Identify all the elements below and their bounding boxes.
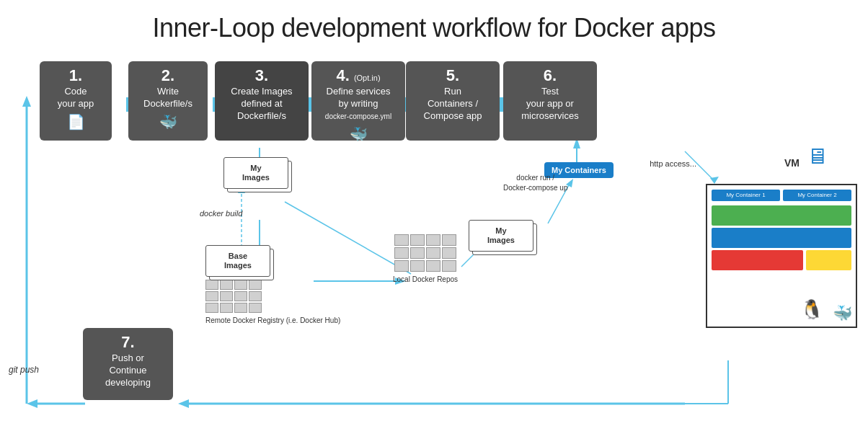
monitor-icon: 🖥: [807, 144, 828, 169]
step5-number: 5.: [410, 67, 495, 84]
registry-label: Remote Docker Registry (i.e. Docker Hub): [205, 316, 340, 326]
vm-box: My Container 1 My Container 2 🐧 🐳: [706, 184, 857, 328]
docker-icon: 🐳: [833, 304, 852, 323]
linux-icon: 🐧: [800, 298, 823, 321]
step-7: 7. Push orContinuedeveloping: [83, 328, 173, 400]
workflow-area: 1. Codeyour app 📄 2. WriteDockerfile/s 🐳…: [0, 50, 868, 425]
step5-label: RunContainers /Compose app: [410, 86, 495, 123]
step2-label: WriteDockerfile/s: [133, 86, 203, 110]
step3-number: 3.: [219, 67, 304, 84]
my-images-mid: MyImages: [469, 220, 533, 252]
my-images-top-label: MyImages: [223, 157, 288, 189]
step1-number: 1.: [44, 67, 107, 84]
step1-label: Codeyour app: [44, 86, 107, 110]
step-4: 4. (Opt.in) Define servicesby writingdoc…: [311, 61, 405, 141]
svg-marker-24: [27, 399, 37, 408]
my-images-top: MyImages: [223, 157, 288, 189]
docker-run-label: docker run /Docker-compose up: [503, 173, 567, 193]
local-repos-label: Local Docker Repos: [393, 275, 458, 285]
http-access-label: http access...: [650, 159, 696, 169]
step-3: 3. Create Imagesdefined atDockerfile/s: [215, 61, 309, 141]
vm-label: VM: [784, 157, 800, 169]
step4-label: Define servicesby writingdocker-compose.…: [316, 86, 401, 123]
my-images-mid-label: MyImages: [469, 220, 533, 252]
step1-icon: 📄: [44, 113, 107, 130]
container2-label: My Container 2: [783, 190, 851, 201]
step4-icon: 🐳: [316, 125, 401, 143]
step2-icon: 🐳: [133, 113, 203, 130]
git-push-label: git push: [9, 365, 39, 375]
step3-label: Create Imagesdefined atDockerfile/s: [219, 86, 304, 123]
page-title: Inner-Loop development workflow for Dock…: [0, 0, 868, 50]
svg-marker-26: [22, 96, 31, 107]
registry-area: BaseImages Remote Docker Registry (i.e. …: [205, 245, 340, 326]
step-5: 5. RunContainers /Compose app: [406, 61, 500, 141]
step6-number: 6.: [508, 67, 593, 84]
docker-build-label: docker build: [200, 209, 242, 218]
base-images-label: BaseImages: [205, 245, 270, 277]
step2-number: 2.: [133, 67, 203, 84]
step7-number: 7.: [87, 334, 169, 351]
step4-number: 4. (Opt.in): [316, 67, 401, 84]
svg-marker-22: [178, 399, 189, 408]
step6-label: Testyour app ormicroservices: [508, 86, 593, 123]
step-6: 6. Testyour app ormicroservices: [503, 61, 597, 141]
step7-label: Push orContinuedeveloping: [87, 352, 169, 389]
container1-label: My Container 1: [712, 190, 780, 201]
step-1: 1. Codeyour app 📄: [40, 61, 112, 141]
svg-marker-20: [710, 177, 719, 184]
step-2: 2. WriteDockerfile/s 🐳: [128, 61, 208, 141]
local-repos-area: Local Docker Repos: [393, 234, 458, 285]
